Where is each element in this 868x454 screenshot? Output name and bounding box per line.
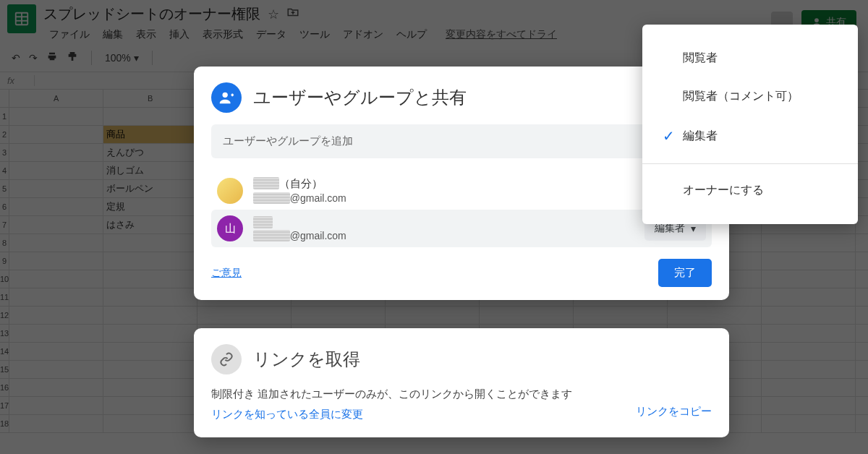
user-email: ●●●●●●@gmail.com bbox=[253, 192, 346, 204]
user-email: ●●●●●●@gmail.com bbox=[253, 230, 346, 241]
link-icon bbox=[211, 344, 242, 374]
avatar: 山 bbox=[217, 215, 243, 241]
user-row-collaborator: 山 ●●● ●●●●●●@gmail.com 編集者 ▾ bbox=[211, 210, 712, 247]
menu-divider bbox=[642, 163, 858, 164]
copy-link[interactable]: リンクをコピー bbox=[636, 405, 712, 419]
get-link-card: リンクを取得 制限付き 追加されたユーザーのみが、このリンクから開くことができま… bbox=[194, 328, 729, 437]
avatar bbox=[217, 178, 243, 204]
check-icon: ✓ bbox=[663, 127, 683, 145]
role-menu: 閲覧者 閲覧者（コメント可） ✓ 編集者 オーナーにする bbox=[642, 25, 858, 224]
user-name: ●●●●（自分） bbox=[253, 177, 346, 191]
add-people-input[interactable]: ユーザーやグループを追加 bbox=[211, 124, 712, 158]
user-name: ●●● bbox=[253, 216, 346, 228]
get-link-title: リンクを取得 bbox=[253, 348, 360, 371]
svg-point-4 bbox=[223, 93, 228, 98]
change-link-access[interactable]: リンクを知っている全員に変更 bbox=[211, 408, 572, 421]
person-add-icon bbox=[211, 82, 242, 113]
feedback-link[interactable]: ご意見 bbox=[211, 267, 242, 280]
chevron-down-icon: ▾ bbox=[691, 223, 696, 234]
role-option-commenter[interactable]: 閲覧者（コメント可） bbox=[642, 77, 858, 116]
role-option-viewer[interactable]: 閲覧者 bbox=[642, 39, 858, 77]
user-row-owner: ●●●●（自分） ●●●●●●@gmail.com bbox=[211, 171, 712, 210]
role-option-make-owner[interactable]: オーナーにする bbox=[642, 171, 858, 210]
link-restriction-description: 制限付き 追加されたユーザーのみが、このリンクから開くことができます bbox=[211, 385, 572, 403]
role-option-editor[interactable]: ✓ 編集者 bbox=[642, 116, 858, 156]
done-button[interactable]: 完了 bbox=[658, 259, 712, 287]
share-dialog-title: ユーザーやグループと共有 bbox=[253, 86, 467, 109]
